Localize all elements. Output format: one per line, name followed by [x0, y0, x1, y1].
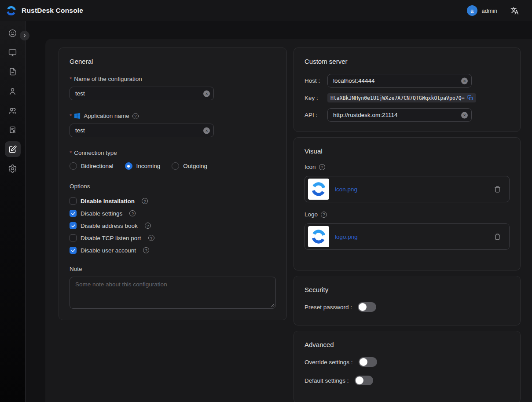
security-card: Security Preset password : [294, 276, 521, 325]
help-icon[interactable]: ? [132, 113, 139, 119]
config-name-input[interactable] [70, 87, 214, 100]
custom-server-card: Custom server Host : ✕ Key : HtaXBkJNHyn… [294, 48, 521, 132]
settings-gear-icon [8, 164, 17, 173]
topbar-right: a admin [467, 5, 519, 16]
required-asterisk: * [70, 150, 72, 156]
required-asterisk: * [70, 113, 72, 119]
default-settings-label: Default settings : [305, 377, 349, 384]
logo-file-row: logo.png [305, 223, 510, 250]
copy-icon[interactable] [467, 95, 473, 101]
sidebar-expand-button[interactable] [20, 31, 29, 40]
sidebar-item-smile[interactable] [5, 25, 21, 41]
sidebar-item-settings[interactable] [5, 161, 21, 176]
checkbox-icon[interactable] [70, 247, 77, 254]
preset-password-row: Preset password : [305, 302, 510, 312]
clear-icon[interactable]: ✕ [203, 90, 210, 97]
general-card: General * Name of the configuration ✕ * [59, 48, 287, 320]
option-disable-user-account[interactable]: Disable user account ? [70, 245, 276, 255]
note-textarea[interactable] [70, 277, 276, 309]
sidebar-item-documents[interactable] [5, 64, 21, 80]
radio-outgoing[interactable]: Outgoing [172, 162, 207, 170]
edit-config-icon [8, 145, 17, 154]
clear-icon[interactable]: ✕ [203, 127, 210, 134]
override-settings-row: Override settings : [305, 357, 510, 367]
preset-password-toggle[interactable] [358, 302, 376, 312]
checkbox-icon[interactable] [70, 210, 77, 217]
radio-icon[interactable] [172, 162, 179, 170]
radio-icon[interactable] [125, 162, 132, 170]
required-asterisk: * [70, 76, 72, 82]
sidebar-item-users[interactable] [5, 83, 21, 99]
override-settings-toggle[interactable] [359, 357, 377, 367]
rustdesk-logo-icon [310, 180, 327, 198]
help-icon[interactable]: ? [142, 198, 148, 204]
security-title: Security [305, 286, 510, 293]
radio-incoming[interactable]: Incoming [125, 162, 161, 170]
option-disable-settings[interactable]: Disable settings ? [70, 208, 276, 218]
clear-icon[interactable]: ✕ [461, 77, 468, 84]
logo-label: Logo ? [305, 211, 510, 218]
content-area: General * Name of the configuration ✕ * [26, 21, 532, 402]
icon-thumbnail [308, 179, 329, 200]
app-title: RustDesk Console [22, 7, 83, 15]
checkbox-icon[interactable] [70, 222, 77, 229]
api-input[interactable] [327, 108, 472, 122]
trash-icon[interactable] [494, 186, 501, 193]
trash-icon[interactable] [494, 233, 501, 241]
user-icon [8, 87, 17, 96]
brand: RustDesk Console [5, 5, 83, 17]
visual-title: Visual [305, 147, 510, 155]
radio-icon[interactable] [70, 162, 77, 170]
sidebar-item-audit[interactable] [5, 122, 21, 138]
users-icon [8, 106, 17, 115]
rustdesk-logo-icon [310, 228, 327, 245]
monitor-icon [8, 48, 17, 57]
help-icon[interactable]: ? [148, 235, 154, 241]
app-name-label: * Application name ? [70, 113, 276, 119]
option-disable-address-book[interactable]: Disable address book ? [70, 221, 276, 230]
connection-type-group: Bidirectional Incoming Outgoing [70, 162, 276, 170]
document-icon [8, 67, 17, 76]
note-label: Note [70, 266, 276, 272]
checkbox-icon[interactable] [70, 234, 77, 241]
translate-icon[interactable] [510, 7, 519, 15]
server-key-value: HtaXBkJNHyn0e1U1jWXze7A7CN7QTGWqxkOtpaVp… [327, 93, 476, 102]
sidebar-item-devices[interactable] [5, 44, 21, 60]
icon-file-row: icon.png [305, 176, 510, 202]
radio-bidirectional[interactable]: Bidirectional [70, 162, 114, 170]
host-input[interactable] [327, 74, 472, 88]
visual-card: Visual Icon ? icon.png [294, 137, 521, 270]
sidebar-item-groups[interactable] [5, 102, 21, 118]
username[interactable]: admin [482, 7, 497, 14]
help-icon[interactable]: ? [321, 212, 327, 218]
connection-type-label: * Connection type [70, 150, 276, 156]
options-label: Options [70, 183, 276, 190]
help-icon[interactable]: ? [129, 210, 136, 216]
help-icon[interactable]: ? [145, 223, 151, 229]
app-name-input[interactable] [70, 124, 214, 137]
chevron-right-icon [22, 33, 27, 38]
icon-file-link[interactable]: icon.png [335, 186, 357, 193]
rustdesk-logo-icon [5, 5, 17, 17]
clear-icon[interactable]: ✕ [461, 112, 468, 118]
preset-password-label: Preset password : [305, 304, 352, 311]
api-label: API : [305, 112, 327, 118]
user-avatar[interactable]: a [467, 5, 477, 16]
custom-server-title: Custom server [305, 58, 510, 65]
option-disable-tcp-listen-port[interactable]: Disable TCP listen port ? [70, 233, 276, 243]
logo-thumbnail [308, 226, 329, 247]
default-settings-toggle[interactable] [355, 376, 373, 385]
windows-icon [74, 113, 81, 119]
default-settings-row: Default settings : [305, 376, 510, 385]
main-panel: General * Name of the configuration ✕ * [45, 39, 532, 402]
checkbox-icon[interactable] [70, 197, 77, 205]
help-icon[interactable]: ? [319, 164, 325, 170]
option-disable-installation[interactable]: Disable installation ? [70, 196, 276, 206]
topbar: RustDesk Console a admin [0, 0, 532, 21]
help-icon[interactable]: ? [143, 247, 149, 253]
config-name-label: * Name of the configuration [70, 76, 276, 82]
logo-file-link[interactable]: logo.png [335, 234, 358, 240]
audit-document-icon [8, 125, 17, 134]
sidebar-item-custom-client[interactable] [5, 141, 21, 157]
smile-icon [8, 29, 17, 38]
